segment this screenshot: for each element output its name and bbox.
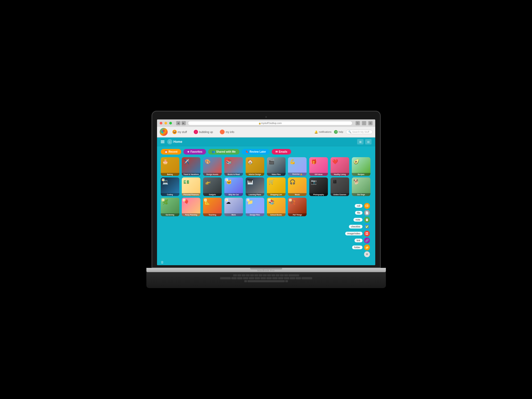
home-breadcrumb[interactable]: ⌂ Home bbox=[167, 139, 182, 144]
clock-icon: ⏰ bbox=[164, 150, 168, 153]
grid-item-teaching[interactable]: 📐📁Teaching bbox=[203, 198, 222, 216]
fab-circle-checklist: ✅ bbox=[364, 224, 370, 230]
grid-item-interior[interactable]: 🏠Interior Design bbox=[246, 157, 264, 176]
design2-badge: 📁 bbox=[247, 199, 249, 201]
grid-item-dogs[interactable]: 🐕Our Dogs bbox=[352, 177, 370, 196]
folders-grid: 🎂Baking✈️Travel & Vacations🎨Design Asset… bbox=[157, 157, 375, 220]
online-label: Online Courses bbox=[331, 193, 349, 196]
online-icon: 🖥 bbox=[332, 179, 337, 185]
help-btn[interactable]: ? help bbox=[334, 130, 343, 134]
grid-item-work[interactable]: ☁📁Work bbox=[224, 198, 243, 216]
fab-item-roll[interactable]: roll🎞 bbox=[355, 203, 370, 209]
nav-tab-my-stuff[interactable]: 📦 my stuff bbox=[170, 129, 189, 135]
fab-close-button[interactable]: ✕ bbox=[364, 251, 370, 257]
design-assets-label: Design Assets bbox=[203, 173, 222, 176]
hamburger-menu[interactable] bbox=[161, 140, 164, 143]
fab-label-link: link bbox=[354, 239, 362, 242]
gardening-label: Gardening bbox=[161, 213, 179, 216]
gardening-badge: 📁 bbox=[162, 199, 164, 201]
grid-item-fall[interactable]: 🍂📁Fall Things bbox=[288, 198, 307, 216]
fab-circle-image-video: 🖼 bbox=[364, 231, 370, 236]
share-button[interactable]: ↑ bbox=[362, 121, 366, 125]
share-icon: 👥 bbox=[212, 150, 215, 153]
grid-item-school[interactable]: 📚📁School Books bbox=[267, 198, 286, 216]
grid-item-travel[interactable]: ✈️Travel & Vacations bbox=[182, 157, 200, 176]
list-view-button[interactable]: ⊟ bbox=[365, 139, 372, 144]
fab-label-checklist: checklist bbox=[349, 225, 362, 228]
school-label: School Books bbox=[267, 213, 286, 216]
grid-item-video[interactable]: 🎬Video Files bbox=[267, 157, 286, 176]
piano-icon: 🎹 bbox=[247, 179, 253, 185]
fab-circle-roll: 🎞 bbox=[364, 203, 370, 209]
shopping-label: Shopping List bbox=[267, 193, 286, 196]
grid-item-party[interactable]: 🎈📁Party Planning bbox=[182, 198, 200, 216]
grid-item-gadgets[interactable]: 🚁Gadgets bbox=[203, 177, 222, 196]
grid-item-music[interactable]: 🎧Music bbox=[288, 177, 307, 196]
fab-item-checklist[interactable]: checklist✅ bbox=[349, 224, 370, 230]
coding-badge: 📁 bbox=[162, 178, 164, 181]
shopping-icon: 🛒 bbox=[269, 179, 274, 185]
grid-item-gift[interactable]: 🎁Gift Ideas bbox=[309, 157, 328, 176]
grid-item-photo[interactable]: 📷Photography bbox=[309, 177, 328, 196]
grid-item-healthy[interactable]: ❤️Healthy Living bbox=[331, 157, 349, 176]
filter-shared[interactable]: 👥 Shared with Me bbox=[208, 149, 239, 155]
filter-recent[interactable]: ⏰ Recent bbox=[161, 149, 181, 155]
bubbling-icon: ↑ bbox=[194, 130, 198, 134]
notifications-btn[interactable]: 🔔 notifications bbox=[314, 130, 332, 134]
fab-item-folder[interactable]: folder📁 bbox=[352, 244, 370, 250]
nav-right-section: 🔔 notifications ? help 🔍 Search My Stuff bbox=[314, 130, 373, 134]
baking-icon: 🎂 bbox=[162, 159, 168, 165]
bookmark-button[interactable]: ⊞ bbox=[368, 121, 373, 125]
travel-icon: ✈️ bbox=[183, 159, 189, 165]
grid-item-recipes[interactable]: 🥑Recipes bbox=[352, 157, 370, 176]
grid-item-personal[interactable]: 💵Personal Finances bbox=[182, 177, 200, 196]
laptop-screen-outer: ◀ ▶ 🔒 mystuff.bublup.com ↻ ↑ ⊞ bbox=[152, 111, 381, 268]
grid-item-billy[interactable]: 🐱📁Billy the Cat bbox=[224, 177, 243, 196]
grid-view-button[interactable]: ⊞ bbox=[357, 139, 364, 144]
books-label: Books to Read bbox=[224, 173, 243, 176]
trash-button[interactable]: 🗑 bbox=[161, 260, 164, 264]
party-label: Party Planning bbox=[182, 213, 200, 216]
design2-label: Design Files bbox=[246, 213, 264, 216]
refresh-button[interactable]: ↻ bbox=[356, 121, 360, 125]
grid-item-online[interactable]: 🖥Online Courses bbox=[331, 177, 349, 196]
fab-item-note[interactable]: note📋 bbox=[353, 217, 370, 223]
filter-emails[interactable]: ✉ Emails bbox=[272, 149, 291, 155]
grid-item-design-assets[interactable]: 🎨Design Assets bbox=[203, 157, 222, 176]
grid-item-gardening[interactable]: 🌿📁Gardening bbox=[161, 198, 179, 216]
forward-button[interactable]: ▶ bbox=[182, 121, 186, 125]
app-content: ⌂ Home ⊞ ⊟ ⏰ Recent ★ bbox=[157, 138, 375, 265]
nav-tab-bubbling-up[interactable]: ↑ bubbling up bbox=[192, 129, 215, 135]
fab-item-file[interactable]: file📄 bbox=[355, 210, 370, 216]
fab-circle-file: 📄 bbox=[364, 210, 370, 216]
fab-item-link[interactable]: link🔗 bbox=[354, 238, 370, 243]
filter-review[interactable]: 🔖 Review Later bbox=[242, 149, 270, 155]
filter-favorites[interactable]: ★ Favorites bbox=[183, 149, 206, 155]
search-bar[interactable]: 🔍 Search My Stuff bbox=[346, 130, 373, 134]
grid-item-coding[interactable]: 💻📁Coding bbox=[161, 177, 179, 196]
nav-tab-my-info[interactable]: my info bbox=[218, 129, 236, 135]
grid-item-piano[interactable]: 🎹Learning Piano bbox=[246, 177, 264, 196]
grid-item-design2[interactable]: 📁📁Design Files bbox=[246, 198, 264, 216]
back-button[interactable]: ◀ bbox=[176, 121, 180, 125]
grid-item-books[interactable]: 📚Books to Read bbox=[224, 157, 243, 176]
minimize-button[interactable] bbox=[164, 122, 167, 124]
grid-item-exercise[interactable]: 💪Exercise 💪 bbox=[288, 157, 307, 176]
interior-label: Interior Design bbox=[246, 173, 264, 176]
bell-icon: 🔔 bbox=[314, 130, 318, 134]
grid-item-shopping[interactable]: 🛒Shopping List bbox=[267, 177, 286, 196]
close-button[interactable] bbox=[160, 122, 162, 124]
exercise-label: Exercise 💪 bbox=[288, 173, 307, 176]
email-icon: ✉ bbox=[275, 150, 278, 153]
photo-icon: 📷 bbox=[311, 179, 317, 185]
bookmark-icon: 🔖 bbox=[245, 150, 249, 153]
laptop-base: MacBook Pro bbox=[146, 268, 386, 272]
fab-item-image-video[interactable]: image/video🖼 bbox=[345, 231, 370, 236]
close-icon: ✕ bbox=[364, 251, 370, 257]
piano-label: Learning Piano bbox=[246, 193, 264, 196]
address-bar[interactable]: 🔒 mystuff.bublup.com bbox=[188, 121, 352, 125]
maximize-button[interactable] bbox=[169, 122, 172, 124]
music-icon: 🎧 bbox=[290, 179, 295, 185]
personal-icon: 💵 bbox=[183, 179, 189, 185]
grid-item-baking[interactable]: 🎂Baking bbox=[161, 157, 179, 176]
